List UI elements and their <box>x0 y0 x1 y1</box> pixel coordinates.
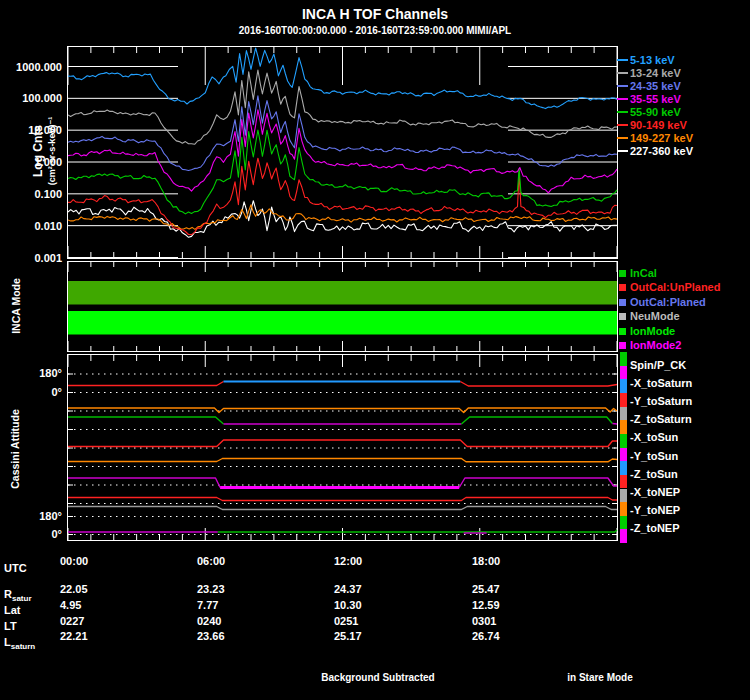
legend-tick-227-360keV <box>617 150 628 152</box>
table-cell-UTC-3: 18:00 <box>472 555 500 567</box>
mode-swatch-IonMode2 <box>619 342 626 349</box>
attitude-label-Z_toNEP: -Z_toNEP <box>630 522 680 534</box>
page-title: INCA H TOF Channels <box>302 6 448 22</box>
attitude-trace <box>218 530 617 532</box>
mode-swatch-NeuMode <box>619 313 626 320</box>
lat-row-label: Lat <box>4 604 21 616</box>
table-cell-LT-0: 0227 <box>60 615 84 627</box>
legend-tick-5-13keV <box>617 59 628 61</box>
attitude-color-strip-segment <box>620 475 627 489</box>
legend-item: 13-24 keV <box>630 67 681 79</box>
background-subtracted-note: Background Subtracted <box>321 672 434 683</box>
mode-swatch-IonMode <box>619 328 626 335</box>
attitude-label-X_toSun: -X_toSun <box>630 431 678 443</box>
attitude-color-strip-segment <box>620 434 627 448</box>
attitude-trace <box>68 382 224 386</box>
stare-mode-note: in Stare Mode <box>567 672 633 683</box>
attitude-trace <box>68 440 617 447</box>
table-cell-UTC-2: 12:00 <box>334 555 362 567</box>
table-cell-Lat-1: 7.77 <box>197 599 218 611</box>
mode-label: NeuMode <box>630 310 680 322</box>
attitude-trace <box>460 382 617 387</box>
attitude-color-strip-segment <box>620 407 627 421</box>
cassini-attitude-panel <box>67 354 618 541</box>
legend-tick-149-227keV <box>617 137 628 139</box>
attitude-color-strip-segment <box>620 366 627 380</box>
attitude-label-Y_toSaturn: -Y_toSaturn <box>630 395 692 407</box>
attitude-label-Z_toSun: -Z_toSun <box>630 468 678 480</box>
mode-swatch-InCal <box>619 270 626 277</box>
tof-ytick-label: 1.000 <box>0 156 62 168</box>
attitude-trace <box>68 408 617 413</box>
mode-swatch-OutCal:UnPlaned <box>619 284 626 291</box>
attitude-label-X_toNEP: -X_toNEP <box>630 486 680 498</box>
attitude-trace <box>68 459 617 462</box>
legend-tick-55-90keV <box>617 111 628 113</box>
table-cell-UTC-0: 00:00 <box>60 555 88 567</box>
attitude-label-Y_toSun: -Y_toSun <box>630 450 678 462</box>
table-cell-LT-1: 0240 <box>197 615 221 627</box>
attitude-axis-title: Cassini Attitude <box>9 409 21 489</box>
attitude-trace <box>68 498 617 501</box>
table-cell-Lat-0: 4.95 <box>60 599 81 611</box>
tof-ytick-label: 0.001 <box>0 252 62 264</box>
mode-label: IonMode2 <box>630 339 681 351</box>
table-cell-L-0: 22.21 <box>60 630 88 642</box>
attitude-color-strip-segment <box>620 379 627 393</box>
inca-mode-panel <box>67 261 618 352</box>
time-range-subtitle: 2016-160T00:00:00.000 - 2016-160T23:59:0… <box>239 25 511 36</box>
tof-series-35-55keV <box>68 110 617 193</box>
legend-item: 149-227 keV <box>630 132 693 144</box>
legend-item: 35-55 keV <box>630 93 681 105</box>
attitude-color-strip-segment <box>620 352 627 366</box>
attitude-label-Z_toSaturn: -Z_toSaturn <box>630 413 692 425</box>
mode-label: IonMode <box>630 325 675 337</box>
l-row-label: Lsaturn <box>4 636 35 651</box>
attitude-color-strip-segment <box>620 489 627 503</box>
attitude-color-strip-segment <box>620 516 627 530</box>
legend-tick-35-55keV <box>617 98 628 100</box>
r-row-label: Rsatur <box>4 588 32 603</box>
table-cell-L-2: 25.17 <box>334 630 362 642</box>
tof-ytick-label: 0.010 <box>0 220 62 232</box>
table-cell-L-3: 26.74 <box>472 630 500 642</box>
tof-ytick-label: 1000.000 <box>0 61 62 73</box>
lt-row-label: LT <box>4 620 17 632</box>
attitude-color-strip-segment <box>620 448 627 462</box>
attitude-ytick-label: 0° <box>0 528 62 540</box>
attitude-trace <box>612 424 617 425</box>
legend-tick-90-149keV <box>617 124 628 126</box>
table-cell-UTC-1: 06:00 <box>197 555 225 567</box>
attitude-trace <box>68 478 220 488</box>
table-cell-R-0: 22.05 <box>60 583 88 595</box>
attitude-trace <box>459 478 617 488</box>
attitude-color-strip-segment <box>620 502 627 516</box>
legend-tick-24-35keV <box>617 85 628 87</box>
table-cell-Lat-3: 12.59 <box>472 599 500 611</box>
mode-swatch-OutCal:Planed <box>619 299 626 306</box>
attitude-ytick-label: 180° <box>0 367 62 379</box>
table-cell-LT-3: 0301 <box>472 615 496 627</box>
attitude-ytick-label: 0° <box>0 386 62 398</box>
mode-bar <box>68 281 617 305</box>
tof-spectra-panel <box>67 46 618 259</box>
tof-ytick-label: 10.000 <box>0 124 62 136</box>
utc-row-label: UTC <box>4 562 27 574</box>
table-cell-L-1: 23.66 <box>197 630 225 642</box>
attitude-ytick-label: 180° <box>0 510 62 522</box>
tof-series-90-149keV <box>68 158 617 234</box>
attitude-color-strip-segment <box>620 393 627 407</box>
attitude-color-strip-segment <box>620 420 627 434</box>
table-cell-R-1: 23.23 <box>197 583 225 595</box>
mode-label: InCal <box>630 267 657 279</box>
legend-item: 55-90 keV <box>630 106 681 118</box>
legend-tick-13-24keV <box>617 72 628 74</box>
mode-label: OutCal:Planed <box>630 296 706 308</box>
mode-label: OutCal:UnPlaned <box>630 281 720 293</box>
table-cell-R-2: 24.37 <box>334 583 362 595</box>
table-cell-Lat-2: 10.30 <box>334 599 362 611</box>
attitude-trace <box>68 417 224 424</box>
table-cell-R-3: 25.47 <box>472 583 500 595</box>
legend-item: 24-35 keV <box>630 80 681 92</box>
attitude-trace <box>461 417 612 424</box>
